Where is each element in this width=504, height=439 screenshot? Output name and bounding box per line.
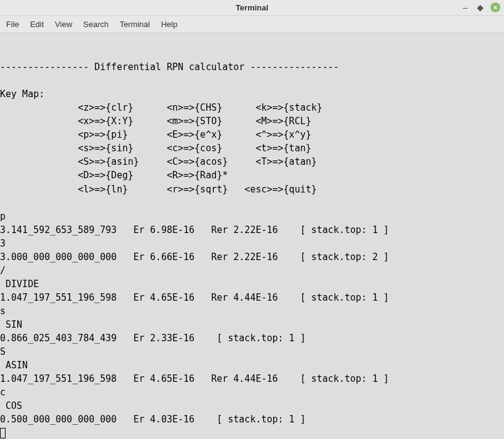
- terminal-line: 3.141_592_653_589_793 Er 6.98E-16 Rer 2.…: [0, 224, 389, 235]
- terminal-line: ASIN: [0, 360, 28, 371]
- terminal-line: c: [0, 387, 6, 398]
- terminal-line: DIVIDE: [0, 279, 39, 290]
- menu-search[interactable]: Search: [83, 20, 108, 29]
- terminal-line: 3: [0, 238, 6, 249]
- menu-help[interactable]: Help: [161, 20, 178, 29]
- window-controls: – ◆ ×: [461, 2, 500, 12]
- terminal-line: S: [0, 346, 6, 357]
- terminal-line: ---------------- Differential RPN calcul…: [0, 61, 339, 73]
- terminal-line: COS: [0, 400, 22, 411]
- terminal-line: SIN: [0, 319, 22, 330]
- terminal-line: 3.000_000_000_000_000 Er 6.66E-16 Rer 2.…: [0, 251, 389, 263]
- terminal-line: <S>=>{asin} <C>=>{acos} <T>=>{atan}: [0, 156, 317, 167]
- menubar: File Edit View Search Terminal Help: [0, 16, 504, 33]
- terminal-output[interactable]: ---------------- Differential RPN calcul…: [0, 33, 504, 439]
- menu-view[interactable]: View: [55, 20, 72, 29]
- terminal-line: s: [0, 306, 6, 317]
- menu-edit[interactable]: Edit: [30, 20, 44, 29]
- terminal-cursor: [0, 428, 6, 438]
- terminal-line: /: [0, 265, 6, 276]
- window-title: Terminal: [236, 3, 268, 12]
- maximize-icon[interactable]: ◆: [476, 2, 484, 12]
- terminal-line: <x>=>{X:Y} <m>=>{STO} <M>=>{RCL}: [0, 116, 311, 127]
- terminal-line: 0.500_000_000_000_000 Er 4.03E-16 [ stac…: [0, 414, 306, 425]
- close-icon[interactable]: ×: [490, 2, 500, 12]
- terminal-line: 1.047_197_551_196_598 Er 4.65E-16 Rer 4.…: [0, 292, 389, 303]
- menu-file[interactable]: File: [6, 20, 19, 29]
- terminal-line: 1.047_197_551_196_598 Er 4.65E-16 Rer 4.…: [0, 373, 389, 384]
- terminal-line: <l>=>{ln} <r>=>{sqrt} <esc>=>{quit}: [0, 184, 317, 195]
- terminal-line: 0.866_025_403_784_439 Er 2.33E-16 [ stac…: [0, 333, 306, 344]
- minimize-icon[interactable]: –: [461, 2, 470, 12]
- menu-terminal[interactable]: Terminal: [120, 20, 150, 29]
- terminal-line: <z>=>{clr} <n>=>{CHS} <k>=>{stack}: [0, 102, 322, 113]
- terminal-line: Key Map:: [0, 89, 44, 100]
- terminal-line: <D>=>{Deg} <R>=>{Rad}*: [0, 170, 228, 181]
- window-titlebar: Terminal – ◆ ×: [0, 0, 504, 16]
- terminal-line: <p>=>{pi} <E>=>{e^x} <^>=>{x^y}: [0, 129, 311, 140]
- terminal-line: <s>=>{sin} <c>=>{cos} <t>=>{tan}: [0, 143, 311, 154]
- terminal-line: p: [0, 211, 6, 222]
